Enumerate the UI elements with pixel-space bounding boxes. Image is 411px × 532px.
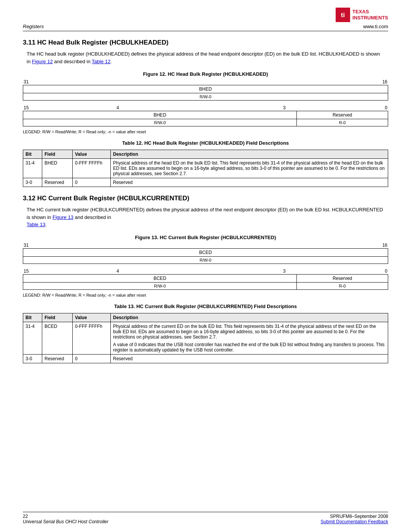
reg13-diagram: 31 16 BCED R/W-0 15 4 3 0 BCED [23, 243, 388, 290]
reg12-lower-field-left: BHED [23, 111, 297, 119]
row1-value: 0-FFF FFFFh [73, 159, 111, 178]
row1-field: BCED [42, 322, 73, 354]
reg13-lower-access-left: R/W-0 [23, 282, 297, 289]
header-right: www.ti.com [363, 24, 388, 29]
reg12-upper-field: BHED [23, 85, 388, 93]
reg13-lower-access-right: R-0 [297, 282, 388, 289]
reg12-upper-right-label: 16 [382, 79, 387, 85]
reg12-lower-0-label: 0 [385, 105, 387, 110]
row1-value: 0-FFF FFFFh [73, 322, 111, 354]
table12-col-value: Value [73, 150, 111, 159]
section-312: 3.12 HC Current Bulk Register (HCBULKCUR… [23, 195, 388, 363]
figure12-title: Figure 12. HC Head Bulk Register (HCBULK… [23, 71, 388, 77]
table13-col-bit: Bit [23, 313, 42, 322]
reg12-lower-field-right: Reserved [297, 111, 388, 119]
table12-col-bit: Bit [23, 150, 42, 159]
reg13-lower-3-label: 3 [283, 268, 286, 274]
row1-desc: Physical address of the head ED on the b… [111, 159, 388, 178]
table-row: 31-4 BCED 0-FFF FFFFh Physical address o… [23, 322, 388, 354]
row1-field: BHED [42, 159, 73, 178]
table12-col-desc: Description [111, 150, 388, 159]
table13-title: Table 13. HC Current Bulk Register (HCBU… [23, 304, 388, 309]
figure13-title: Figure 13. HC Current Bulk Register (HCB… [23, 235, 388, 240]
row2-desc: Reserved [111, 354, 388, 363]
table12-title: Table 12. HC Head Bulk Register (HCBULKH… [23, 140, 388, 146]
row1-desc: Physical address of the current ED on th… [111, 322, 388, 354]
reg12-lower-3-label: 3 [283, 105, 286, 110]
section-311-title: 3.11 HC Head Bulk Register (HCBULKHEADED… [23, 39, 388, 46]
row1-bit: 31-4 [23, 159, 42, 178]
reg13-upper-right-label: 16 [382, 243, 387, 248]
ti-logo-icon: ti [336, 8, 350, 22]
reg13-upper-field: BCED [23, 248, 388, 256]
reg12-legend: LEGEND: R/W = Read/Write; R = Read only;… [23, 129, 388, 134]
figure12-link[interactable]: Figure 12 [32, 59, 53, 64]
row2-field: Reserved [42, 178, 73, 187]
reg13-lower-0-label: 0 [385, 268, 387, 274]
reg13-upper-access: R/W-0 [23, 256, 388, 264]
section-312-title: 3.12 HC Current Bulk Register (HCBULKCUR… [23, 195, 388, 202]
table13-link[interactable]: Table 13 [27, 222, 45, 227]
table13-col-desc: Description [111, 313, 388, 322]
table12: Bit Field Value Description 31-4 BHED 0-… [23, 150, 388, 187]
row2-value: 0 [73, 354, 111, 363]
reg13-lower-field-left: BCED [23, 274, 297, 282]
table13-col-field: Field [42, 313, 73, 322]
reg12-upper-access: R/W-0 [23, 93, 388, 101]
svg-text:ti: ti [341, 11, 345, 19]
reg12-upper-left-label: 31 [24, 79, 29, 85]
row2-bit: 3-0 [23, 178, 42, 187]
section-311-body: The HC head bulk register (HCBULKHEADED)… [23, 50, 388, 65]
row2-desc: Reserved [111, 178, 388, 187]
reg13-lower-field-right: Reserved [297, 274, 388, 282]
row2-bit: 3-0 [23, 354, 42, 363]
section-311: 3.11 HC Head Bulk Register (HCBULKHEADED… [23, 39, 388, 187]
reg13-legend: LEGEND: R/W = Read/Write; R = Read only;… [23, 293, 388, 297]
ti-logo: ti Texas Instruments [336, 8, 388, 22]
reg12-lower-access-right: R-0 [297, 119, 388, 126]
footer-feedback-link[interactable]: Submit Documentation Feedback [321, 519, 388, 524]
reg12-lower-left-label: 15 [24, 105, 29, 110]
row2-value: 0 [73, 178, 111, 187]
reg13-lower-left-label: 15 [24, 268, 29, 274]
table13: Bit Field Value Description 31-4 BCED 0-… [23, 313, 388, 363]
reg12-lower-mid-label: 4 [116, 105, 119, 110]
table13-col-value: Value [73, 313, 111, 322]
table-row: 3-0 Reserved 0 Reserved [23, 178, 388, 187]
table-row: 3-0 Reserved 0 Reserved [23, 354, 388, 363]
table12-link[interactable]: Table 12 [92, 59, 110, 64]
ti-logo-text: Texas Instruments [352, 9, 388, 21]
figure13-link[interactable]: Figure 13 [53, 214, 73, 220]
reg12-lower-access-left: R/W-0 [23, 119, 297, 126]
header-left: Registers [23, 24, 44, 29]
reg13-lower-mid-label: 4 [116, 268, 119, 274]
table-row: 31-4 BHED 0-FFF FFFFh Physical address o… [23, 159, 388, 178]
row1-bit: 31-4 [23, 322, 42, 354]
reg12-diagram: 31 16 BHED R/W-0 15 4 3 0 BHED [23, 79, 388, 126]
table12-col-field: Field [42, 150, 73, 159]
footer-page-number: 22 [23, 514, 108, 519]
section-312-body: The HC current bulk register (HCBULKCURR… [23, 206, 388, 228]
row2-field: Reserved [42, 354, 73, 363]
reg13-upper-left-label: 31 [24, 243, 29, 248]
footer-doc-title: Universal Serial Bus OHCI Host Controlle… [23, 519, 108, 524]
footer-doc-code: SPRUFM8–September 2008 [330, 514, 388, 519]
page-footer: 22 Universal Serial Bus OHCI Host Contro… [23, 512, 388, 524]
